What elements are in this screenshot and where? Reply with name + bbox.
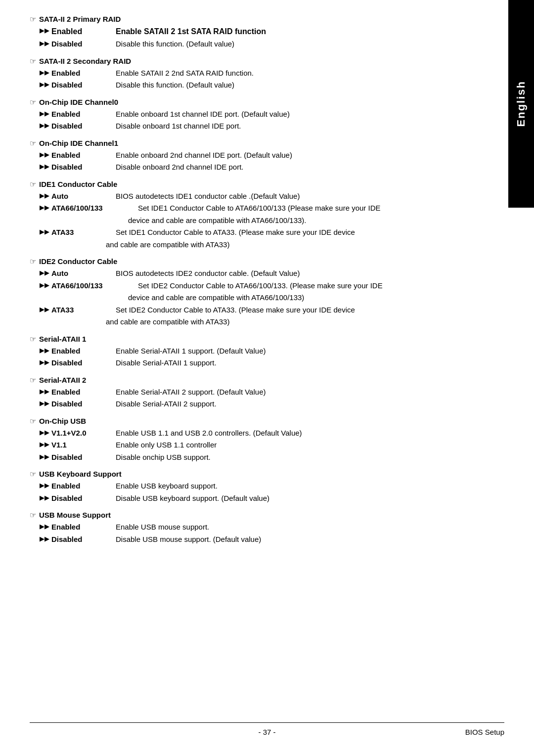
entry-label: Enabled bbox=[51, 68, 116, 79]
section-arrow-icon: ☞ bbox=[30, 15, 36, 24]
entry-label: Disabled bbox=[51, 162, 116, 173]
entry-row: ▶▶ Disabled Disable USB mouse support. (… bbox=[40, 534, 475, 545]
section-arrow-icon: ☞ bbox=[30, 470, 36, 479]
section-heading: USB Keyboard Support bbox=[39, 470, 122, 478]
bullet-icon: ▶▶ bbox=[40, 534, 49, 545]
entry-desc: Enable Serial-ATAII 2 support. (Default … bbox=[116, 387, 475, 398]
section-on-chip-ide-channel1: ☞ On-Chip IDE Channel1 ▶▶ Enabled Enable… bbox=[30, 139, 475, 173]
bullet-icon: ▶▶ bbox=[40, 357, 49, 369]
entry-row: ▶▶ Disabled Disable this function. (Defa… bbox=[40, 39, 475, 50]
section-serial-ataii-2: ☞ Serial-ATAII 2 ▶▶ Enabled Enable Seria… bbox=[30, 376, 475, 410]
section-arrow-icon: ☞ bbox=[30, 180, 36, 189]
entry-row: ▶▶ Disabled Disable onboard 2nd channel … bbox=[40, 162, 475, 173]
entry-desc: Enable USB 1.1 and USB 2.0 controllers. … bbox=[116, 428, 475, 439]
section-title: ☞ On-Chip IDE Channel0 bbox=[30, 98, 475, 107]
section-heading: USB Mouse Support bbox=[39, 511, 111, 519]
section-usb-keyboard-support: ☞ USB Keyboard Support ▶▶ Enabled Enable… bbox=[30, 470, 475, 504]
entry-label: ATA66/100/133 bbox=[51, 203, 138, 214]
section-heading: IDE1 Conductor Cable bbox=[39, 180, 117, 188]
section-arrow-icon: ☞ bbox=[30, 335, 36, 344]
section-heading: On-Chip IDE Channel0 bbox=[39, 98, 118, 106]
entry-row: ▶▶ Enabled Enable USB keyboard support. bbox=[40, 481, 475, 492]
bullet-icon: ▶▶ bbox=[40, 280, 49, 292]
entry-row: ▶▶ Enabled Enable onboard 2nd channel ID… bbox=[40, 150, 475, 161]
footer-right-text: BIOS Setup bbox=[346, 728, 504, 736]
entry-row: ▶▶ Enabled Enable SATAII 2 2nd SATA RAID… bbox=[40, 68, 475, 79]
bullet-icon: ▶▶ bbox=[40, 268, 49, 279]
bullet-icon: ▶▶ bbox=[40, 109, 49, 120]
entry-row: ▶▶ Auto BIOS autodetects IDE2 conductor … bbox=[40, 268, 475, 279]
entry-desc: Set IDE1 Conductor Cable to ATA66/100/13… bbox=[138, 203, 475, 214]
entry-continuation: and cable are compatible with ATA33) bbox=[40, 239, 475, 251]
entry-label: Disabled bbox=[51, 39, 116, 50]
bullet-icon: ▶▶ bbox=[40, 26, 49, 38]
bullet-icon: ▶▶ bbox=[40, 191, 49, 202]
bullet-icon: ▶▶ bbox=[40, 452, 49, 463]
entry-label: Enabled bbox=[51, 109, 116, 120]
entry-desc: Enable only USB 1.1 controller bbox=[116, 440, 475, 451]
entry-desc: Disable onchip USB support. bbox=[116, 452, 475, 463]
entry-continuation: device and cable are compatible with ATA… bbox=[40, 215, 475, 226]
entry-desc: Disable onboard 2nd channel IDE port. bbox=[116, 162, 475, 173]
entry-desc: Enable SATAII 2 1st SATA RAID function bbox=[116, 26, 475, 38]
section-serial-ataii-1: ☞ Serial-ATAII 1 ▶▶ Enabled Enable Seria… bbox=[30, 335, 475, 369]
section-heading: Serial-ATAII 2 bbox=[39, 376, 86, 384]
entry-label: Disabled bbox=[51, 493, 116, 504]
entry-desc: Set IDE2 Conductor Cable to ATA33. (Plea… bbox=[116, 305, 475, 316]
entry-label: Enabled bbox=[51, 481, 116, 492]
section-title: ☞ Serial-ATAII 2 bbox=[30, 376, 475, 385]
side-tab-label: English bbox=[515, 81, 528, 127]
footer: - 37 - BIOS Setup bbox=[0, 722, 534, 736]
bullet-icon: ▶▶ bbox=[40, 150, 49, 161]
entry-desc: Enable USB keyboard support. bbox=[116, 481, 475, 492]
section-arrow-icon: ☞ bbox=[30, 57, 36, 66]
entry-row: ▶▶ Enabled Enable SATAII 2 1st SATA RAID… bbox=[40, 26, 475, 38]
section-arrow-icon: ☞ bbox=[30, 98, 36, 107]
entry-label: Enabled bbox=[51, 522, 116, 533]
entry-desc: Disable USB mouse support. (Default valu… bbox=[116, 534, 475, 545]
bullet-icon: ▶▶ bbox=[40, 493, 49, 504]
entry-desc: Enable USB mouse support. bbox=[116, 522, 475, 533]
section-heading: IDE2 Conductor Cable bbox=[39, 257, 117, 266]
bullet-icon: ▶▶ bbox=[40, 162, 49, 173]
bullet-icon: ▶▶ bbox=[40, 203, 49, 214]
entry-desc: Disable Serial-ATAII 1 support. bbox=[116, 357, 475, 369]
entry-label: Disabled bbox=[51, 399, 116, 410]
section-heading: SATA-II 2 Secondary RAID bbox=[39, 57, 131, 65]
bullet-icon: ▶▶ bbox=[40, 346, 49, 357]
entry-label: Disabled bbox=[51, 357, 116, 369]
entry-label: Disabled bbox=[51, 534, 116, 545]
bullet-icon: ▶▶ bbox=[40, 428, 49, 439]
entry-desc: Disable Serial-ATAII 2 support. bbox=[116, 399, 475, 410]
section-on-chip-usb: ☞ On-Chip USB ▶▶ V1.1+V2.0 Enable USB 1.… bbox=[30, 417, 475, 463]
section-sata2-primary-raid: ☞ SATA-II 2 Primary RAID ▶▶ Enabled Enab… bbox=[30, 15, 475, 50]
section-arrow-icon: ☞ bbox=[30, 417, 36, 426]
entry-desc: Enable onboard 1st channel IDE port. (De… bbox=[116, 109, 475, 120]
bullet-icon: ▶▶ bbox=[40, 68, 49, 79]
section-title: ☞ Serial-ATAII 1 bbox=[30, 335, 475, 344]
entry-row: ▶▶ Disabled Disable this function. (Defa… bbox=[40, 80, 475, 91]
section-sata2-secondary-raid: ☞ SATA-II 2 Secondary RAID ▶▶ Enabled En… bbox=[30, 57, 475, 91]
entry-row: ▶▶ Auto BIOS autodetects IDE1 conductor … bbox=[40, 191, 475, 202]
section-title: ☞ On-Chip IDE Channel1 bbox=[30, 139, 475, 148]
entry-desc: Disable this function. (Default value) bbox=[116, 80, 475, 91]
entry-row: ▶▶ Disabled Disable Serial-ATAII 2 suppo… bbox=[40, 399, 475, 410]
section-arrow-icon: ☞ bbox=[30, 257, 36, 266]
entry-desc: BIOS autodetects IDE2 conductor cable. (… bbox=[116, 268, 475, 279]
entry-row: ▶▶ Disabled Disable USB keyboard support… bbox=[40, 493, 475, 504]
entry-label: Enabled bbox=[51, 26, 116, 38]
entry-row: ▶▶ ATA33 Set IDE2 Conductor Cable to ATA… bbox=[40, 305, 475, 316]
footer-page-number: - 37 - bbox=[188, 728, 346, 736]
entry-label: Enabled bbox=[51, 387, 116, 398]
side-tab: English bbox=[508, 0, 534, 208]
entry-row: ▶▶ ATA66/100/133 Set IDE2 Conductor Cabl… bbox=[40, 280, 475, 292]
section-title: ☞ USB Mouse Support bbox=[30, 511, 475, 520]
entry-continuation: and cable are compatible with ATA33) bbox=[40, 316, 475, 328]
section-ide2-conductor-cable: ☞ IDE2 Conductor Cable ▶▶ Auto BIOS auto… bbox=[30, 257, 475, 328]
entry-desc: Disable USB keyboard support. (Default v… bbox=[116, 493, 475, 504]
entry-label: V1.1+V2.0 bbox=[51, 428, 116, 439]
entry-label: V1.1 bbox=[51, 440, 116, 451]
entry-desc: Enable onboard 2nd channel IDE port. (De… bbox=[116, 150, 475, 161]
section-ide1-conductor-cable: ☞ IDE1 Conductor Cable ▶▶ Auto BIOS auto… bbox=[30, 180, 475, 251]
bullet-icon: ▶▶ bbox=[40, 121, 49, 132]
